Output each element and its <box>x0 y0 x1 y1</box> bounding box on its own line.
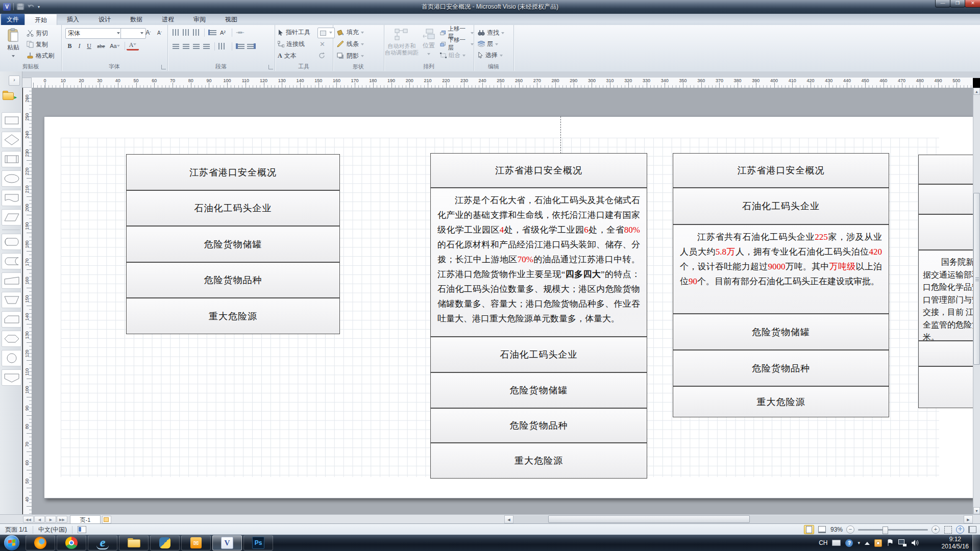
tab-数据[interactable]: 数据 <box>120 14 152 25</box>
horizontal-scroll-thumb[interactable] <box>548 515 750 523</box>
vertical-scroll-thumb[interactable] <box>973 193 980 365</box>
stencil-shape-card[interactable] <box>2 311 21 328</box>
detail-column-2-row-2[interactable]: 石油化工码头企业 <box>673 188 889 224</box>
clipped-column-row-4[interactable]: 国务院新《据交通运输部和口危险化学品安口管理部门与安交接，目前 江苏全监管的危险… <box>918 250 973 341</box>
vertical-scrollbar[interactable]: ▲ ▼ <box>973 88 980 514</box>
detail-column-2-row-1[interactable]: 江苏省港口安全概况 <box>673 153 889 188</box>
zoom-slider-thumb[interactable] <box>883 527 888 534</box>
taskbar-button-explorer[interactable] <box>119 535 149 550</box>
auto-align-button[interactable]: 自动对齐和 自动调整间距 <box>385 26 419 64</box>
taskbar-button-ie[interactable]: e <box>88 535 117 550</box>
stencil-shape-ellipse[interactable] <box>2 170 21 187</box>
italic-button[interactable]: I <box>75 41 84 51</box>
taskbar-button-chrome[interactable] <box>57 535 86 550</box>
send-backward-button[interactable]: 下移一层 <box>440 39 474 49</box>
show-desktop-button[interactable] <box>972 535 980 551</box>
change-case-button[interactable]: Aa <box>109 41 121 51</box>
tray-options-caret[interactable]: ▾ <box>857 540 860 545</box>
taskbar-button-outlook[interactable]: ✉ <box>181 535 211 550</box>
pointer-tool-button[interactable]: 指针工具 <box>278 27 310 37</box>
tab-file[interactable]: 文件 <box>1 14 24 25</box>
macro-icon[interactable] <box>78 526 86 533</box>
zoom-out-icon[interactable]: − <box>846 525 854 534</box>
zoom-level[interactable]: 93% <box>830 526 843 533</box>
shrink-font-button[interactable]: Aˇ <box>155 28 164 37</box>
shape-style-combo[interactable] <box>317 28 335 38</box>
tab-审阅[interactable]: 审阅 <box>184 14 215 25</box>
fit-page-icon[interactable] <box>943 525 952 534</box>
rotate-icon[interactable] <box>318 51 326 61</box>
stencil-shape-parallelogram[interactable] <box>2 209 21 226</box>
minimize-button[interactable]: — <box>935 0 950 8</box>
clipped-column-row-2[interactable] <box>918 184 973 214</box>
scroll-left-icon[interactable]: ◀ <box>504 515 513 523</box>
stencil-shape-predefined-process[interactable] <box>2 151 21 167</box>
connector-tool-button[interactable]: 连接线 <box>278 39 305 49</box>
insert-page-icon[interactable] <box>102 516 111 523</box>
decrease-indent-icon[interactable] <box>236 43 244 49</box>
character-spacing-icon[interactable]: A² <box>218 28 227 37</box>
tab-插入[interactable]: 插入 <box>57 14 89 25</box>
keyboard-icon[interactable] <box>832 540 841 546</box>
grow-font-button[interactable]: Aˆ <box>144 28 153 37</box>
connection-point-icon[interactable]: ✕ <box>320 39 325 49</box>
detail-column-1-row-3[interactable]: 石油化工码头企业 <box>430 337 647 372</box>
detail-column-1-row-4[interactable]: 危险货物储罐 <box>430 372 647 408</box>
language-indicator[interactable]: 中文(中国) <box>38 525 67 534</box>
zoom-in-icon[interactable]: + <box>932 525 940 534</box>
detail-column-1-row-5[interactable]: 危险货物品种 <box>430 408 647 443</box>
tray-help-icon[interactable]: ? <box>845 539 853 547</box>
overview-column-row-2[interactable]: 石油化工码头企业 <box>126 190 340 226</box>
go-previous-page-icon[interactable]: ◀ <box>34 516 45 523</box>
action-center-icon[interactable] <box>874 539 882 547</box>
overview-column-row-1[interactable]: 江苏省港口安全概况 <box>126 154 340 190</box>
overview-column-row-5[interactable]: 重大危险源 <box>126 298 340 334</box>
position-button[interactable]: 位置 <box>420 26 438 64</box>
stencil-shape-display[interactable] <box>2 369 21 386</box>
expand-shapes-panel-icon[interactable]: › <box>9 76 20 86</box>
open-stencil-icon[interactable]: ▸ <box>3 91 15 100</box>
tab-视图[interactable]: 视图 <box>215 14 247 25</box>
expand-window-icon[interactable] <box>968 525 977 534</box>
clipped-column-row-1[interactable] <box>918 155 973 184</box>
go-next-page-icon[interactable]: ▶ <box>45 516 56 523</box>
drawing-canvas[interactable]: 江苏省港口安全概况石油化工码头企业危险货物储罐危险货物品种重大危险源江苏省港口安… <box>32 88 973 514</box>
paste-button[interactable]: 粘贴 <box>2 26 24 64</box>
go-first-page-icon[interactable]: ◀◀ <box>23 516 34 523</box>
detail-column-1-row-2[interactable]: 江苏是个石化大省，石油化工码头及其仓储式石化产业的基础支撑和生命线，依托沿江港口… <box>430 188 647 337</box>
page-indicator[interactable]: 页面 1/1 <box>5 525 28 534</box>
layers-button[interactable]: 层 <box>478 39 498 49</box>
scroll-right-icon[interactable]: ▶ <box>964 515 973 523</box>
overview-column-row-3[interactable]: 危险货物储罐 <box>126 226 340 262</box>
start-button[interactable] <box>4 535 19 550</box>
scroll-down-icon[interactable]: ▼ <box>973 507 980 514</box>
fill-button[interactable]: 填充 <box>337 27 364 37</box>
whole-page-view-icon[interactable] <box>804 525 814 534</box>
detail-column-2-row-3[interactable]: 江苏省共有石油化工码头企业225家，涉及从业人员大约5.8万人，拥有专业化石油化… <box>673 224 889 314</box>
close-button[interactable]: ✕ <box>965 0 980 8</box>
stencil-shape-direct-data[interactable] <box>2 234 21 250</box>
align-center-icon[interactable] <box>183 43 189 49</box>
detail-column-2-row-5[interactable]: 危险货物品种 <box>673 350 889 386</box>
speaker-icon[interactable] <box>911 539 919 546</box>
show-hidden-icons-icon[interactable] <box>865 539 870 545</box>
line-button[interactable]: 线条 <box>337 39 364 49</box>
vertical-align-icon[interactable] <box>218 43 225 49</box>
font-size-combo[interactable] <box>120 28 146 39</box>
copy-button[interactable]: 复制 <box>27 39 48 49</box>
stencil-shape-circle[interactable] <box>2 350 21 366</box>
vertical-ruler[interactable]: 2602502402302202102001901801701601501401… <box>23 88 32 514</box>
text-direction-icon-1[interactable] <box>173 29 179 36</box>
horizontal-ruler[interactable]: 0102030405060708090100110120130140150160… <box>32 78 973 88</box>
cut-button[interactable]: 剪切 <box>27 28 48 38</box>
format-painter-button[interactable]: 格式刷 <box>27 51 54 61</box>
detail-column-1-row-1[interactable]: 江苏省港口安全概况 <box>430 153 647 188</box>
fullscreen-view-icon[interactable] <box>818 525 827 534</box>
network-icon[interactable] <box>898 539 906 546</box>
clipped-column-row-3[interactable] <box>918 214 973 250</box>
taskbar-button-python[interactable] <box>150 535 180 550</box>
stencil-shape-stored-data[interactable] <box>2 253 21 269</box>
strikethrough-button[interactable]: abe <box>94 41 108 51</box>
clock[interactable]: 9:12 2014/5/16 <box>942 536 969 550</box>
stencil-shape-document[interactable] <box>2 190 21 206</box>
